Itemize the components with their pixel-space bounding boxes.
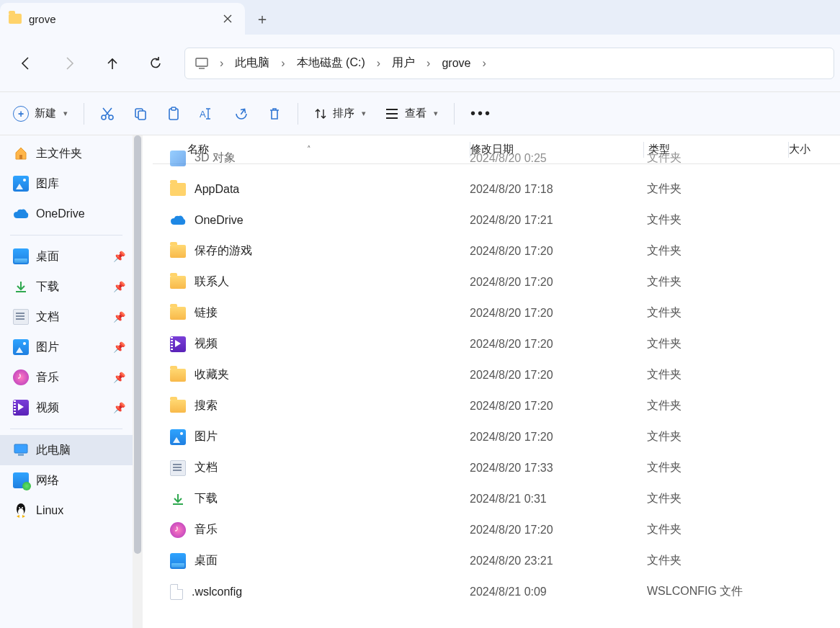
- file-type: 文件夹: [643, 274, 787, 290]
- view-button[interactable]: 查看 ▾: [377, 99, 445, 128]
- breadcrumb-seg[interactable]: 此电脑: [225, 48, 280, 78]
- navigation-bar: › 此电脑 › 本地磁盘 (C:) › 用户 › grove ›: [0, 35, 840, 92]
- file-type: 文件夹: [643, 305, 787, 320]
- sidebar-item[interactable]: 此电脑: [0, 435, 133, 465]
- sidebar-item[interactable]: 桌面📌: [0, 241, 133, 272]
- chevron-right-icon[interactable]: ›: [280, 48, 286, 78]
- copy-button[interactable]: [126, 99, 155, 128]
- file-date: 2024/8/21 0:31: [470, 493, 643, 506]
- delete-button[interactable]: [260, 99, 289, 128]
- sidebar: 主文件夹图库OneDrive 桌面📌下载📌文档📌图片📌音乐📌视频📌 此电脑网络L…: [0, 135, 133, 628]
- breadcrumb-seg[interactable]: 本地磁盘 (C:): [287, 48, 375, 78]
- tab-active[interactable]: grove: [0, 3, 245, 35]
- separator: [298, 103, 298, 125]
- file-date: 2024/8/20 17:20: [470, 245, 643, 258]
- rename-button[interactable]: A: [192, 99, 223, 128]
- refresh-button[interactable]: [135, 46, 176, 81]
- chevron-right-icon[interactable]: ›: [425, 48, 432, 78]
- more-button[interactable]: •••: [463, 99, 499, 128]
- breadcrumb-seg[interactable]: grove: [432, 48, 481, 78]
- plus-circle-icon: +: [13, 106, 29, 122]
- sidebar-item[interactable]: 网络: [0, 465, 133, 495]
- file-date: 2024/8/20 23:21: [470, 555, 643, 568]
- cut-button[interactable]: [93, 99, 122, 128]
- share-button[interactable]: [227, 99, 256, 128]
- sidebar-item[interactable]: 图库: [0, 169, 133, 199]
- sidebar-item-label: 主文件夹: [36, 146, 82, 161]
- forward-button[interactable]: [49, 46, 89, 81]
- file-row[interactable]: OneDrive2024/8/20 17:21文件夹: [153, 205, 840, 236]
- file-date: 2024/8/20 17:20: [470, 307, 643, 320]
- sidebar-item[interactable]: 文档📌: [0, 302, 133, 332]
- sort-button[interactable]: 排序 ▾: [307, 99, 373, 128]
- file-row[interactable]: .wslconfig2024/8/21 0:09WSLCONFIG 文件: [153, 576, 840, 607]
- sidebar-scrollbar[interactable]: [133, 135, 143, 628]
- pin-icon: 📌: [113, 251, 125, 262]
- file-type: WSLCONFIG 文件: [643, 584, 787, 599]
- file-name: 链接: [195, 305, 218, 320]
- file-row[interactable]: 下载2024/8/21 0:31文件夹: [153, 483, 840, 514]
- back-button[interactable]: [6, 46, 46, 81]
- file-row[interactable]: 视频2024/8/20 17:20文件夹: [153, 328, 840, 359]
- sidebar-item-label: 桌面: [36, 249, 59, 264]
- file-date: 2024/8/20 17:20: [470, 431, 643, 444]
- file-row[interactable]: 图片2024/8/20 17:20文件夹: [153, 421, 840, 452]
- file-date: 2024/8/20 17:20: [470, 400, 643, 413]
- new-button[interactable]: + 新建 ▾: [6, 99, 75, 128]
- scrollbar-thumb[interactable]: [134, 135, 141, 554]
- pin-icon: 📌: [113, 341, 125, 353]
- file-name: 文档: [195, 460, 218, 475]
- svg-point-14: [22, 507, 23, 508]
- file-type: 文件夹: [643, 151, 787, 166]
- sidebar-item[interactable]: 音乐📌: [0, 362, 133, 392]
- sidebar-item[interactable]: OneDrive: [0, 199, 133, 229]
- pin-icon: 📌: [113, 402, 125, 413]
- sidebar-item-label: 图片: [36, 340, 59, 355]
- sidebar-item-label: 图库: [36, 176, 59, 192]
- separator: [10, 235, 122, 236]
- chevron-right-icon[interactable]: ›: [375, 48, 382, 78]
- chevron-right-icon[interactable]: ›: [218, 48, 225, 78]
- file-type: 文件夹: [643, 243, 787, 259]
- file-row[interactable]: 联系人2024/8/20 17:20文件夹: [153, 266, 840, 297]
- file-row[interactable]: 桌面2024/8/20 23:21文件夹: [153, 545, 840, 576]
- file-row[interactable]: 搜索2024/8/20 17:20文件夹: [153, 390, 840, 421]
- file-row[interactable]: AppData2024/8/20 17:18文件夹: [153, 174, 840, 205]
- sidebar-item[interactable]: 视频📌: [0, 392, 133, 423]
- sidebar-item[interactable]: Linux: [0, 495, 133, 526]
- new-tab-button[interactable]: ＋: [245, 3, 280, 35]
- file-row[interactable]: 保存的游戏2024/8/20 17:20文件夹: [153, 236, 840, 266]
- file-type: 文件夹: [643, 491, 787, 506]
- chevron-right-icon[interactable]: ›: [481, 48, 487, 78]
- file-row[interactable]: 收藏夹2024/8/20 17:20文件夹: [153, 359, 840, 390]
- file-date: 2024/8/20 17:20: [470, 338, 643, 351]
- tab-bar: grove ＋: [0, 0, 840, 35]
- file-type: 文件夹: [643, 553, 787, 568]
- svg-rect-8: [19, 155, 22, 159]
- file-type: 文件夹: [643, 212, 787, 228]
- separator: [84, 103, 84, 125]
- separator: [454, 103, 455, 125]
- file-date: 2024/8/20 17:20: [470, 524, 643, 537]
- sidebar-item[interactable]: 图片📌: [0, 332, 133, 362]
- file-type: 文件夹: [643, 398, 787, 413]
- file-row[interactable]: 音乐2024/8/20 17:20文件夹: [153, 514, 840, 545]
- view-icon: [385, 108, 399, 120]
- file-type: 文件夹: [643, 367, 787, 382]
- file-date: 2024/8/20 17:20: [470, 276, 643, 289]
- svg-point-12: [18, 508, 24, 516]
- file-row[interactable]: 3D 对象2024/8/20 0:25文件夹: [153, 143, 840, 174]
- paste-button[interactable]: [159, 99, 188, 128]
- close-tab-icon[interactable]: [219, 10, 236, 27]
- svg-rect-10: [18, 454, 24, 456]
- new-label: 新建: [35, 107, 56, 120]
- sidebar-item[interactable]: 主文件夹: [0, 138, 133, 169]
- pin-icon: 📌: [113, 372, 125, 383]
- chevron-down-icon: ▾: [362, 109, 366, 118]
- breadcrumb-seg[interactable]: 用户: [382, 48, 425, 78]
- up-button[interactable]: [92, 46, 133, 81]
- address-bar[interactable]: › 此电脑 › 本地磁盘 (C:) › 用户 › grove ›: [184, 48, 834, 79]
- sidebar-item[interactable]: 下载📌: [0, 272, 133, 302]
- file-row[interactable]: 文档2024/8/20 17:33文件夹: [153, 452, 840, 483]
- file-row[interactable]: 链接2024/8/20 17:20文件夹: [153, 297, 840, 328]
